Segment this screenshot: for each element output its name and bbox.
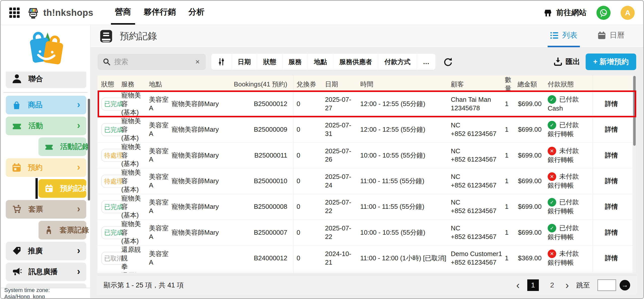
brand-logo[interactable]: th!nkshops bbox=[27, 7, 93, 19]
jump-go-icon[interactable]: → bbox=[620, 280, 630, 290]
voucher-cell: 0 bbox=[294, 151, 325, 160]
quantity-cell: 1 bbox=[505, 254, 517, 263]
time-cell: 10:00 - 10:55 (55分鐘) bbox=[360, 151, 451, 160]
filter-payment-button[interactable]: 付款方式 bbox=[378, 54, 417, 70]
detail-link[interactable]: 詳情 bbox=[605, 100, 618, 108]
service-cell: 寵物美容(基本) bbox=[121, 117, 149, 142]
detail-link[interactable]: 詳情 bbox=[605, 203, 618, 211]
quantity-cell: 1 bbox=[505, 151, 517, 160]
payment-status-icon: ✕ bbox=[548, 147, 556, 155]
provider-cell: 寵物美容師Mary bbox=[172, 228, 222, 237]
voucher-cell: 0 bbox=[294, 100, 325, 108]
sidebar-item-products[interactable]: 商品 › bbox=[6, 96, 86, 114]
nav-tab-business[interactable]: 營商 bbox=[111, 1, 135, 25]
detail-link[interactable]: 詳情 bbox=[605, 151, 618, 160]
sidebar-item-promotions[interactable]: 推廣 › bbox=[6, 242, 86, 260]
service-name-line: 還原靚靚 bbox=[121, 245, 146, 263]
sidebar-item-broadcast[interactable]: 訊息廣播 › bbox=[6, 263, 86, 281]
detail-link[interactable]: 詳情 bbox=[605, 177, 618, 185]
clear-search-icon[interactable]: × bbox=[194, 58, 201, 66]
time-cell: 10:00 - 10:55 (55分鐘) bbox=[360, 228, 451, 237]
whatsapp-icon[interactable] bbox=[596, 6, 611, 20]
timezone-note: System time zone: Asia/Hong_kong bbox=[1, 288, 90, 299]
export-button[interactable]: 匯出 bbox=[553, 57, 580, 67]
visit-site-label: 前往網站 bbox=[556, 8, 586, 18]
top-nav: 營商 夥伴行銷 分析 bbox=[111, 1, 209, 25]
payment-status: ✓已付款 銀行轉帳 bbox=[548, 198, 579, 216]
tab-calendar-view[interactable]: 日曆 bbox=[595, 25, 627, 47]
total-amount-cell: $699.00 bbox=[517, 228, 545, 237]
chevron-right-icon: › bbox=[77, 267, 80, 276]
date-cell: 2025-07-27 bbox=[325, 95, 360, 113]
sidebar-scrollbar[interactable] bbox=[88, 99, 90, 201]
new-booking-button[interactable]: + 新增預約 bbox=[586, 54, 636, 70]
filter-status-button[interactable]: 狀態 bbox=[257, 54, 283, 70]
location-cell: 美容室A bbox=[149, 121, 172, 138]
search-box[interactable]: × bbox=[98, 54, 206, 70]
service-name-line: (基本) bbox=[121, 134, 146, 142]
sidebar-item-packages[interactable]: 套票 › bbox=[6, 200, 86, 219]
next-page-icon[interactable]: › bbox=[566, 280, 569, 290]
search-input[interactable] bbox=[114, 58, 191, 66]
table-row: 已取消 還原靚靚拳 美容室A B24000012 0 2024-10-21 11… bbox=[97, 245, 636, 271]
customer-cell: NC+852 61234567 bbox=[451, 198, 505, 215]
sidebar-item-package-records[interactable]: 套票記錄 bbox=[38, 221, 86, 239]
brand-name: th!nkshops bbox=[43, 8, 93, 18]
detail-link[interactable]: 詳情 bbox=[605, 254, 618, 263]
nav-tab-analytics[interactable]: 分析 bbox=[184, 1, 209, 25]
apps-grid-icon[interactable] bbox=[9, 8, 20, 18]
bookings-table: 狀態 服務 地點 Bookings(41 預約) 兌換券 日期 時間 顧客 數量… bbox=[97, 75, 637, 273]
sidebar-item-union[interactable]: 聯合 bbox=[6, 72, 86, 88]
shopping-bag-icon bbox=[12, 100, 21, 110]
payment-method-label: 銀行轉帳 bbox=[548, 259, 579, 267]
customer-cell: NC+852 61234567 bbox=[451, 173, 505, 190]
voucher-cell: 0 bbox=[294, 254, 325, 263]
page-header: 預約記錄 列表 bbox=[91, 25, 643, 47]
jump-page-input[interactable] bbox=[597, 279, 616, 291]
provider-cell: 寵物美容師Mary bbox=[172, 151, 222, 160]
detail-link[interactable]: 詳情 bbox=[605, 228, 618, 237]
filter-more-button[interactable]: … bbox=[417, 54, 435, 70]
nav-tab-partner-marketing[interactable]: 夥伴行銷 bbox=[140, 1, 180, 25]
date-cell: 2025-07-24 bbox=[325, 173, 360, 190]
prev-page-icon[interactable]: ‹ bbox=[516, 280, 519, 290]
service-cell: 寵物美容(基本) bbox=[121, 194, 149, 220]
sidebar-item-events[interactable]: 活動 › bbox=[6, 117, 86, 135]
sidebar-item-bookings[interactable]: 預約 › bbox=[6, 158, 86, 177]
customer-line: 12345678 bbox=[451, 104, 502, 113]
service-cell: 寵物美容(基本) bbox=[121, 91, 149, 117]
detail-link[interactable]: 詳情 bbox=[605, 125, 618, 134]
total-amount-cell: $699.00 bbox=[517, 151, 545, 160]
page-button-1[interactable]: 1 bbox=[527, 279, 539, 291]
table-row: 已完成 寵物美容(基本) 美容室A 寵物美容師Mary B25000008 0 … bbox=[97, 194, 636, 220]
filter-service-button[interactable]: 服務 bbox=[283, 54, 308, 70]
date-cell: 2025-07-22 bbox=[325, 198, 360, 215]
provider-cell: 寵物美容師Mary bbox=[172, 125, 222, 134]
time-cell: 11:00 - 11:55 (55分鐘) bbox=[360, 177, 451, 185]
visit-site-button[interactable]: 前往網站 bbox=[543, 8, 586, 18]
voucher-cell: 0 bbox=[294, 228, 325, 237]
filter-location-button[interactable]: 地點 bbox=[308, 54, 333, 70]
sidebar-item-booking-records[interactable]: 預約記錄 bbox=[38, 179, 86, 198]
payment-status-cell: ✓已付款 銀行轉帳 bbox=[545, 194, 593, 220]
service-name-line: 寵物美容 bbox=[121, 220, 146, 237]
refresh-button[interactable] bbox=[443, 57, 453, 67]
customer-line: +852 61234567 bbox=[451, 181, 502, 190]
detail-cell: 詳情 bbox=[593, 194, 632, 220]
table-row: 已完成 寵物美容(基本) 美容室A 寵物美容師Mary B25000007 0 … bbox=[97, 220, 636, 245]
location-cell: 美容室A bbox=[149, 95, 172, 113]
filter-provider-button[interactable]: 服務供應者 bbox=[333, 54, 378, 70]
filter-date-button[interactable]: 日期 bbox=[232, 54, 257, 70]
service-cell: 還原靚靚拳 bbox=[121, 271, 149, 273]
filter-sliders-button[interactable] bbox=[211, 54, 232, 70]
time-cell: 12:00 - 12:55 (55分鐘) bbox=[360, 125, 451, 134]
user-avatar[interactable]: A bbox=[621, 6, 635, 20]
sidebar-item-event-records[interactable]: 活動記錄 bbox=[38, 137, 86, 156]
tab-calendar-label: 日曆 bbox=[610, 30, 625, 40]
pagination-bar: 顯示第 1 - 25 項，共 41 項 ‹ 1 2 › 跳至 → bbox=[97, 275, 637, 295]
sidebar: 聯合 商品 › 活動 › bbox=[1, 25, 91, 299]
sidebar-item-label: 預約記錄 bbox=[60, 183, 89, 193]
sidebar-item-label: 套票記錄 bbox=[60, 225, 89, 235]
tab-list-view[interactable]: 列表 bbox=[548, 25, 580, 47]
page-button-2[interactable]: 2 bbox=[546, 279, 558, 291]
